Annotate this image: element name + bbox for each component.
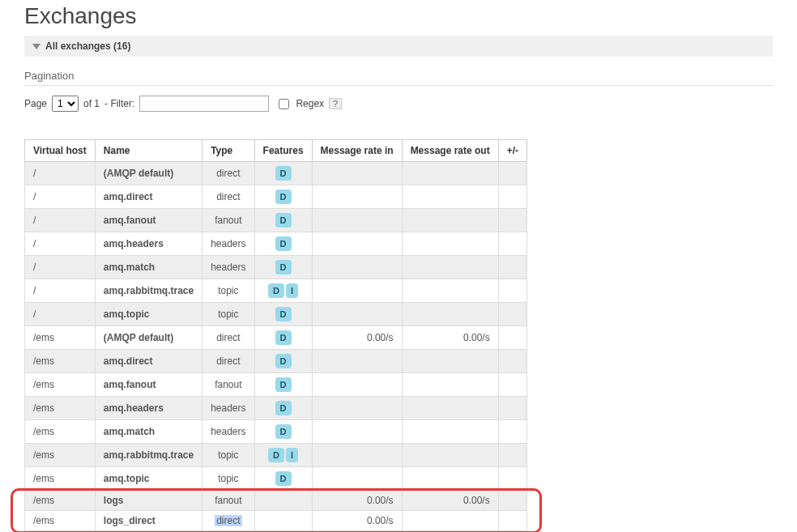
cell-rate-out [402, 209, 498, 232]
cell-type: headers [202, 256, 254, 279]
cell-features: D [254, 303, 312, 326]
feature-badge: D [275, 377, 292, 392]
cell-rate-out [402, 511, 498, 531]
exchange-link[interactable]: amq.headers [104, 402, 164, 414]
cell-plus-minus [498, 397, 526, 420]
exchange-link[interactable]: amq.direct [104, 355, 153, 367]
cell-rate-in [312, 373, 402, 397]
cell-plus-minus [498, 373, 526, 397]
feature-badge: D [275, 166, 292, 181]
exchange-link[interactable]: amq.rabbitmq.trace [104, 285, 194, 296]
cell-name: (AMQP default) [95, 326, 202, 350]
cell-type: direct [202, 511, 254, 531]
cell-plus-minus [498, 303, 526, 326]
cell-rate-in [312, 420, 402, 444]
cell-name: amq.direct [95, 185, 202, 209]
cell-rate-in [312, 350, 402, 373]
table-row: /amq.headersheadersD [25, 232, 527, 256]
page-of-label: of 1 [83, 98, 100, 109]
cell-name: amq.fanout [95, 373, 202, 397]
col-vhost[interactable]: Virtual host [25, 140, 96, 162]
feature-badge: D [275, 189, 292, 204]
cell-rate-out [402, 420, 498, 444]
cell-type: direct [202, 162, 254, 185]
exchange-link[interactable]: amq.match [104, 426, 155, 437]
table-row: /(AMQP default)directD [25, 162, 527, 185]
cell-name: logs_direct [95, 511, 202, 531]
cell-type: direct [202, 350, 254, 373]
cell-rate-in [312, 444, 402, 467]
cell-plus-minus [498, 491, 526, 511]
col-features[interactable]: Features [254, 140, 312, 162]
table-row: /amq.matchheadersD [25, 256, 527, 279]
chevron-down-icon [32, 44, 40, 49]
cell-features: DI [254, 444, 312, 467]
cell-features: D [254, 232, 312, 256]
cell-rate-out [402, 185, 498, 209]
exchange-link[interactable]: (AMQP default) [104, 332, 173, 343]
cell-rate-in [312, 185, 402, 209]
cell-rate-out [402, 232, 498, 256]
cell-plus-minus [498, 256, 526, 279]
regex-help-button[interactable]: ? [329, 98, 342, 109]
cell-vhost: / [25, 279, 96, 303]
exchange-link[interactable]: amq.fanout [104, 379, 156, 390]
cell-vhost: / [25, 185, 96, 209]
col-name[interactable]: Name [95, 140, 202, 162]
col-rate-out[interactable]: Message rate out [402, 140, 498, 162]
cell-plus-minus [498, 420, 526, 444]
feature-badge: D [275, 307, 292, 321]
section-all-exchanges[interactable]: All exchanges (16) [24, 36, 773, 57]
exchange-link[interactable]: amq.match [104, 262, 155, 273]
exchange-link[interactable]: amq.direct [104, 191, 153, 202]
cell-rate-out [402, 162, 498, 185]
col-type[interactable]: Type [202, 140, 254, 162]
page-select[interactable]: 1 [52, 96, 79, 112]
exchange-link[interactable]: amq.rabbitmq.trace [104, 449, 194, 461]
table-row: /emsamq.fanoutfanoutD [25, 373, 527, 397]
feature-badge: D [268, 448, 284, 462]
cell-plus-minus [498, 467, 526, 491]
cell-name: amq.rabbitmq.trace [95, 444, 202, 467]
cell-plus-minus [498, 185, 526, 209]
cell-plus-minus [498, 279, 526, 303]
pagination-controls: Page 1 of 1 - Filter: Regex ? [24, 96, 773, 112]
col-rate-in[interactable]: Message rate in [312, 140, 402, 162]
regex-checkbox[interactable] [279, 99, 289, 109]
cell-vhost: / [25, 209, 96, 232]
cell-rate-in: 0.00/s [312, 511, 402, 531]
filter-input[interactable] [139, 96, 269, 112]
col-plus-minus[interactable]: +/- [498, 140, 526, 162]
table-row: /amq.fanoutfanoutD [25, 209, 527, 232]
exchanges-table: Virtual host Name Type Features Message … [24, 139, 527, 531]
exchange-link[interactable]: logs [104, 495, 124, 506]
cell-rate-out [402, 373, 498, 397]
cell-vhost: /ems [25, 467, 96, 491]
cell-plus-minus [498, 162, 526, 185]
cell-type: direct [202, 326, 254, 350]
exchange-link[interactable]: amq.topic [104, 473, 150, 484]
cell-rate-in [312, 209, 402, 232]
cell-name: amq.headers [95, 232, 202, 256]
cell-name: amq.match [95, 420, 202, 444]
cell-vhost: / [25, 162, 96, 185]
cell-rate-out [402, 397, 498, 420]
cell-name: amq.direct [95, 350, 202, 373]
cell-features: D [254, 467, 312, 491]
cell-name: amq.rabbitmq.trace [95, 279, 202, 303]
cell-vhost: /ems [25, 397, 96, 420]
cell-features: D [254, 420, 312, 444]
cell-vhost: /ems [25, 420, 96, 444]
exchange-link[interactable]: amq.fanout [104, 215, 156, 226]
feature-badge: D [268, 283, 284, 298]
exchange-link[interactable]: amq.headers [104, 238, 164, 249]
exchange-link[interactable]: amq.topic [104, 309, 150, 320]
cell-type: topic [202, 279, 254, 303]
feature-badge: D [275, 354, 292, 368]
cell-name: amq.fanout [95, 209, 202, 232]
cell-type: fanout [202, 373, 254, 397]
table-row: /ems(AMQP default)directD0.00/s0.00/s [25, 326, 527, 350]
exchange-link[interactable]: (AMQP default) [104, 168, 173, 179]
cell-rate-out [402, 350, 498, 373]
exchange-link[interactable]: logs_direct [104, 515, 156, 526]
